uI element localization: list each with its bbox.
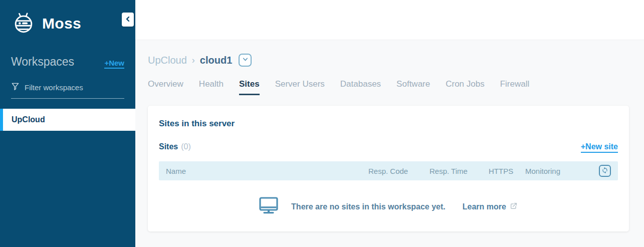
tab-sites[interactable]: Sites	[239, 79, 260, 95]
new-workspace-button[interactable]: +New	[104, 59, 124, 69]
sites-count: (0)	[181, 142, 191, 151]
refresh-sites-button[interactable]	[599, 165, 611, 177]
tab-cron-jobs[interactable]: Cron Jobs	[446, 79, 484, 95]
server-tabs: Overview Health Sites Server Users Datab…	[148, 79, 629, 95]
moss-robot-icon	[12, 11, 35, 36]
tab-databases[interactable]: Databases	[340, 79, 381, 95]
column-https: HTTPS	[489, 167, 525, 175]
main-area: UpCloud › cloud1 Overview Health Sites S…	[135, 0, 644, 247]
workspace-list: UpCloud	[0, 109, 135, 131]
new-site-button[interactable]: +New site	[581, 142, 618, 153]
funnel-icon	[11, 82, 20, 93]
learn-more-label: Learn more	[463, 202, 506, 211]
workspace-item-upcloud[interactable]: UpCloud	[0, 109, 135, 131]
sidebar-collapse-button[interactable]	[122, 13, 134, 27]
sites-table-header: Name Resp. Code Resp. Time HTTPS Monitor…	[159, 161, 618, 180]
content-area: UpCloud › cloud1 Overview Health Sites S…	[135, 54, 644, 231]
filter-workspaces-input[interactable]	[25, 83, 124, 92]
workspaces-header: Workspaces +New	[11, 55, 124, 69]
sites-count-group: Sites(0)	[159, 142, 191, 151]
sites-toolbar: Sites(0) +New site	[159, 142, 618, 153]
breadcrumb-workspace[interactable]: UpCloud	[148, 55, 187, 66]
tab-overview[interactable]: Overview	[148, 79, 183, 95]
monitor-icon	[259, 197, 278, 216]
app-name: Moss	[42, 15, 81, 32]
empty-state-message: There are no sites in this workspace yet…	[291, 202, 446, 211]
column-resp-time: Resp. Time	[430, 167, 489, 175]
column-monitoring: Monitoring	[525, 167, 599, 175]
empty-state: There are no sites in this workspace yet…	[159, 197, 618, 216]
column-name: Name	[166, 167, 368, 175]
workspaces-heading: Workspaces	[11, 55, 74, 69]
server-dropdown-button[interactable]	[239, 54, 252, 67]
column-resp-code: Resp. Code	[368, 167, 430, 175]
chevron-left-icon	[125, 16, 130, 24]
chevron-down-icon	[242, 56, 249, 64]
breadcrumb-separator: ›	[192, 55, 195, 66]
breadcrumb: UpCloud › cloud1	[148, 54, 629, 67]
sites-label: Sites	[159, 142, 178, 151]
tab-server-users[interactable]: Server Users	[275, 79, 325, 95]
card-title: Sites in this server	[159, 119, 618, 129]
app-logo: Moss	[0, 0, 135, 36]
workspace-item-label: UpCloud	[12, 115, 45, 124]
tab-software[interactable]: Software	[396, 79, 430, 95]
tab-firewall[interactable]: Firewall	[500, 79, 530, 95]
top-bar	[135, 0, 644, 40]
refresh-icon	[601, 167, 608, 175]
tab-health[interactable]: Health	[199, 79, 224, 95]
sites-card: Sites in this server Sites(0) +New site …	[148, 106, 629, 231]
external-link-icon	[510, 202, 518, 212]
workspace-filter	[11, 82, 124, 99]
breadcrumb-server: cloud1	[200, 55, 232, 66]
learn-more-link[interactable]: Learn more	[463, 202, 518, 212]
sidebar: Moss Workspaces +New UpCloud	[0, 0, 135, 247]
